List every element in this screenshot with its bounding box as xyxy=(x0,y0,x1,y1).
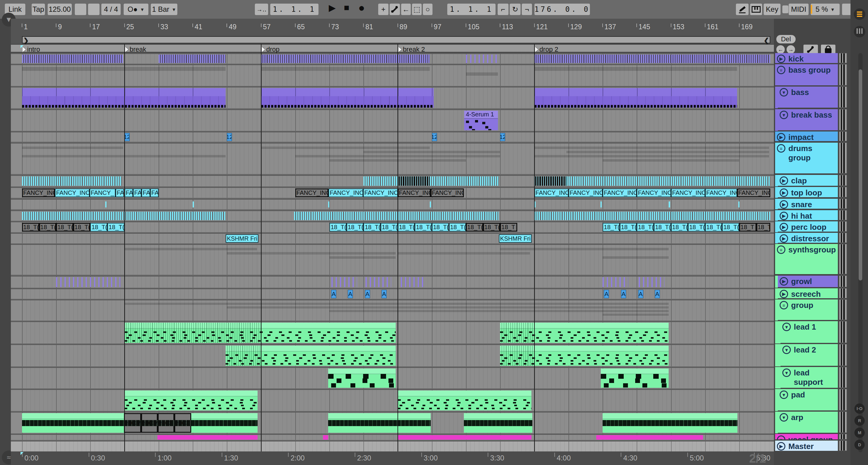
delete-button[interactable]: Del xyxy=(776,35,796,43)
named-clip[interactable]: 18_T( xyxy=(107,223,125,231)
record-button[interactable]: ● xyxy=(358,1,365,14)
synth-clip[interactable] xyxy=(601,369,669,388)
lane-snare[interactable] xyxy=(11,199,774,209)
track-header-synthsgroup[interactable]: ≡synthsgroup xyxy=(775,244,838,274)
clip-chip[interactable]: A xyxy=(348,290,353,298)
lane-hi-hat[interactable] xyxy=(11,210,774,221)
hit-clip[interactable] xyxy=(738,202,740,207)
lane-kick[interactable] xyxy=(11,53,774,64)
lane-impact[interactable]: 12121212 xyxy=(11,131,774,142)
lane-top-loop[interactable]: FANCY_INCFANCY_INCFANCY_FAFAFAFAFAFANCY_… xyxy=(11,187,774,198)
new-midi-clip-icon[interactable]: + xyxy=(378,4,389,15)
time-ruler[interactable]: 0:000:301:001:302:002:303:003:304:004:30… xyxy=(11,452,774,465)
synth-clip[interactable] xyxy=(226,346,395,366)
vocal-clip[interactable] xyxy=(398,435,531,440)
named-clip[interactable]: FANCY_INC xyxy=(295,188,329,197)
striped-clip[interactable] xyxy=(364,177,398,186)
named-clip[interactable]: FANCY_INC xyxy=(534,188,568,197)
loop-start-field[interactable]: 1. 1. 1 xyxy=(447,4,496,15)
lane-lead-1[interactable] xyxy=(11,321,774,343)
clip-chip[interactable]: A xyxy=(365,290,370,298)
track-header-drums-group[interactable]: ≡drums group xyxy=(775,143,838,174)
fold-icon[interactable]: ▼ xyxy=(780,391,788,399)
lane-arp[interactable]: eactiveeactiveactieacti xyxy=(11,412,774,433)
play-icon[interactable]: ▶ xyxy=(777,442,785,451)
named-clip[interactable]: 18_T( xyxy=(329,223,346,231)
quantize-menu[interactable]: 1 Bar▼ xyxy=(151,4,177,15)
draw-selection-icon[interactable]: ⬚ xyxy=(412,4,422,15)
vocal-clip[interactable] xyxy=(157,435,258,440)
nudge-up-icon[interactable] xyxy=(88,4,99,15)
key-map-button[interactable]: Key xyxy=(764,4,780,15)
track-header-impact[interactable]: ▶impact xyxy=(775,131,838,141)
clip-chip[interactable]: A xyxy=(655,290,660,298)
named-clip[interactable]: 18_T( xyxy=(466,223,483,231)
arp-clip[interactable] xyxy=(22,413,124,433)
named-clip[interactable]: 18_T( xyxy=(56,223,73,231)
clip-chip[interactable]: 12 xyxy=(432,133,437,141)
named-clip[interactable]: KSHMR Fri xyxy=(499,234,532,243)
play-icon[interactable]: ▶ xyxy=(780,177,788,185)
track-header-growl[interactable]: ▶growl xyxy=(778,276,838,287)
hit-clip[interactable] xyxy=(430,202,431,207)
clip-chip[interactable]: A xyxy=(331,290,336,298)
lane-screech[interactable]: AAAAAAAA xyxy=(11,288,774,299)
deactivated-clip[interactable]: eactiv xyxy=(141,413,158,433)
vocal-clip[interactable] xyxy=(596,435,703,440)
named-clip[interactable]: 18_T xyxy=(500,223,517,231)
track-header-vocal-group[interactable]: ≡vocal group xyxy=(775,434,838,439)
track-header-bass[interactable]: ▼bass xyxy=(778,87,838,107)
named-clip[interactable]: 18_T( xyxy=(722,223,739,231)
vertical-scrollbar[interactable] xyxy=(858,53,863,452)
locator-drop[interactable]: drop xyxy=(262,45,280,53)
locator-break[interactable]: break xyxy=(125,45,146,53)
vocal-clip[interactable] xyxy=(323,435,328,440)
lane-distressor[interactable]: KSHMR FriKSHMR Fri xyxy=(11,233,774,243)
play-icon[interactable]: ▶ xyxy=(780,234,788,243)
named-clip[interactable]: 18_T( xyxy=(364,223,381,231)
striped-clip[interactable] xyxy=(398,177,430,186)
arp-clip[interactable] xyxy=(328,413,431,433)
lane-clap[interactable] xyxy=(11,175,774,186)
lane-bass-group[interactable] xyxy=(11,64,774,86)
metronome-button[interactable]: O●▼ xyxy=(124,4,148,15)
arp-clip[interactable] xyxy=(602,413,737,433)
time-signature-field[interactable]: 4 / 4 xyxy=(101,4,121,15)
locator-intro[interactable]: intro xyxy=(23,45,40,53)
punch-in-icon[interactable]: ⌐ xyxy=(498,4,508,15)
deactivated-clip[interactable]: eacti xyxy=(158,413,174,433)
striped-clip[interactable] xyxy=(401,277,425,287)
named-clip[interactable]: 18_T( xyxy=(637,223,654,231)
toggle-IO[interactable]: I·O xyxy=(855,403,865,414)
track-header-perc-loop[interactable]: ▶perc loop xyxy=(778,221,838,231)
history-forward-button[interactable]: → xyxy=(786,45,795,54)
named-clip[interactable]: 18_T( xyxy=(705,223,722,231)
lane-lead-2[interactable] xyxy=(11,344,774,366)
named-clip[interactable]: 18_T( xyxy=(756,223,771,231)
track-header-lead-1[interactable]: ▼lead 1 xyxy=(780,321,838,343)
named-clip[interactable]: FANCY_INC xyxy=(22,188,55,197)
named-clip[interactable]: 18_T( xyxy=(671,223,688,231)
track-header-lead-support[interactable]: ▼lead support xyxy=(780,367,838,388)
striped-clip[interactable] xyxy=(22,55,123,63)
clip-chip[interactable]: A xyxy=(638,290,643,298)
hit-clip[interactable] xyxy=(600,202,602,207)
striped-clip[interactable] xyxy=(430,177,499,186)
named-clip[interactable]: 18_T( xyxy=(73,223,91,231)
track-header-break-bass[interactable]: ▼break bass xyxy=(778,109,838,130)
back-to-arrangement-icon[interactable]: ← xyxy=(401,4,411,15)
audio-clip[interactable] xyxy=(261,88,434,107)
hit-clip[interactable] xyxy=(193,202,194,207)
locator-row[interactable]: introbreakdropbreak 2drop 2 xyxy=(11,44,774,53)
fold-icon[interactable]: ▼ xyxy=(782,323,791,331)
named-clip[interactable]: 18_T( xyxy=(688,223,705,231)
clip-chip[interactable]: 12 xyxy=(227,133,232,141)
toggle-M[interactable]: M xyxy=(855,428,865,438)
punch-out-icon[interactable]: ¬ xyxy=(522,4,532,15)
named-clip[interactable]: FA xyxy=(150,188,159,197)
arp-clip[interactable] xyxy=(464,413,532,433)
named-clip[interactable]: FANCY_INC xyxy=(602,188,637,197)
track-header-Master[interactable]: ▶Master xyxy=(775,441,838,451)
track-header-clap[interactable]: ▶clap xyxy=(778,175,838,186)
named-clip[interactable]: KSHMR Fri xyxy=(226,234,258,243)
